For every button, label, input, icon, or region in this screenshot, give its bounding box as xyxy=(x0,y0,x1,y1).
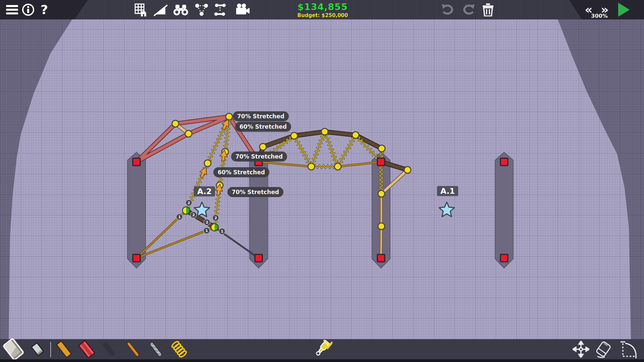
top-toolbar: ? $134,855 Budget: $250,000 « xyxy=(0,0,644,19)
stretch-tooltip: 60% Stretched xyxy=(213,167,269,177)
pavement-material-icon[interactable] xyxy=(27,339,48,359)
help-icon[interactable]: ? xyxy=(38,0,51,19)
arc-tool-icon[interactable] xyxy=(618,339,639,359)
balance-value: $134,855 xyxy=(298,2,348,12)
cable-material-icon[interactable] xyxy=(145,339,166,359)
wood-material-icon[interactable] xyxy=(53,339,74,359)
grid-snap-icon[interactable] xyxy=(133,0,149,19)
stretch-tooltip: 70% Stretched xyxy=(227,187,283,197)
sim-speed-value: 300% xyxy=(591,13,607,19)
steel-material-icon[interactable] xyxy=(76,339,97,359)
checkpoint-label: A.2 xyxy=(194,186,215,196)
level-canvas[interactable] xyxy=(0,19,644,339)
info-icon[interactable] xyxy=(21,0,36,19)
binoculars-icon[interactable] xyxy=(172,0,189,19)
slope-icon[interactable] xyxy=(153,0,168,19)
bottom-edge xyxy=(0,359,644,362)
joints-icon[interactable] xyxy=(194,0,209,19)
buildable-area[interactable] xyxy=(0,19,644,339)
menu-icon[interactable] xyxy=(5,0,19,19)
budget-value: Budget: $250,000 xyxy=(298,12,348,18)
toolbar-divider xyxy=(50,342,51,357)
spring-material-icon[interactable] xyxy=(168,339,190,359)
stretch-tooltip: 70% Stretched xyxy=(231,152,287,162)
measure-icon[interactable] xyxy=(213,0,227,19)
checkpoint-label: A.1 xyxy=(437,186,458,196)
road-material-icon[interactable] xyxy=(3,339,24,359)
move-tool-icon[interactable] xyxy=(570,339,592,359)
hydraulic-material-icon[interactable] xyxy=(98,339,119,359)
eraser-tool-icon[interactable] xyxy=(593,339,614,359)
delete-icon[interactable] xyxy=(480,0,496,19)
play-button[interactable] xyxy=(616,0,631,19)
redo-icon[interactable] xyxy=(462,0,476,19)
rope-material-icon[interactable] xyxy=(122,339,144,359)
camera-icon[interactable] xyxy=(234,0,251,19)
polybridge-app: 2122211 70% Stretched60% Stretched70% St… xyxy=(0,0,644,362)
undo-icon[interactable] xyxy=(440,0,455,19)
stretch-tooltip: 70% Stretched xyxy=(233,111,289,121)
bottom-toolbar xyxy=(0,339,644,362)
hydraulic-phase-check-icon[interactable] xyxy=(312,339,333,359)
stretch-tooltip: 60% Stretched xyxy=(235,122,291,132)
